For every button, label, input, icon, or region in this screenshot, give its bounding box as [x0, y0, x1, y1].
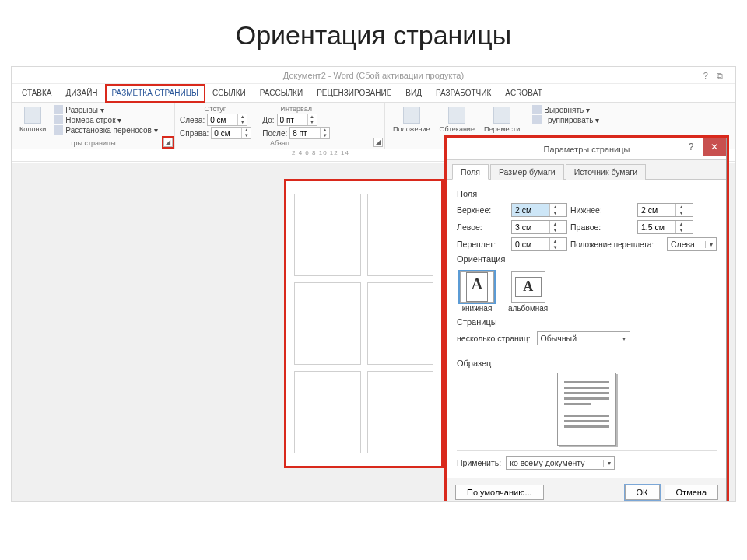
orientation-landscape[interactable]: альбомная: [508, 271, 548, 313]
dialog-title: Параметры страницы: [544, 145, 630, 154]
page-thumb[interactable]: [294, 282, 361, 365]
orientation-portrait[interactable]: книжная: [460, 271, 494, 313]
align-menu[interactable]: Выровнять ▾: [532, 105, 599, 114]
multipage-label: несколько страниц:: [457, 334, 531, 343]
spacing-before-input[interactable]: ▲▼: [277, 114, 317, 126]
dialog-body: Поля Верхнее: ▲▼ Нижнее: ▲▼ Левое: ▲▼ Пр…: [447, 180, 726, 478]
forward-icon: [493, 107, 510, 124]
apply-to-label: Применить:: [457, 458, 501, 467]
top-margin-input[interactable]: ▲▼: [511, 203, 567, 217]
tab-design[interactable]: ДИЗАЙН: [59, 84, 105, 103]
page-thumb[interactable]: [367, 282, 434, 365]
gutter-input[interactable]: ▲▼: [511, 237, 567, 251]
window-help-icons[interactable]: ? ⧉: [703, 67, 726, 84]
tab-mailings[interactable]: РАССЫЛКИ: [253, 84, 310, 103]
ribbon-tabs: СТАВКА ДИЗАЙН РАЗМЕТКА СТРАНИЦЫ ССЫЛКИ Р…: [12, 84, 735, 103]
slide-title: Ориентация страницы: [0, 0, 747, 66]
tab-view[interactable]: ВИД: [398, 84, 429, 103]
sample-preview: [557, 373, 616, 446]
tab-insert[interactable]: СТАВКА: [15, 84, 59, 103]
dialog-titlebar: Параметры страницы ? ✕: [447, 138, 726, 160]
window-titlebar: Документ2 - Word (Сбой активации продукт…: [12, 67, 735, 84]
spacing-after-label: После:: [262, 129, 287, 138]
breaks-icon: [54, 105, 63, 114]
indent-right-input[interactable]: ▲▼: [211, 127, 251, 139]
left-margin-label: Левое:: [457, 222, 508, 232]
dialog-close-button[interactable]: ✕: [703, 138, 726, 156]
wrap-icon: [448, 107, 465, 124]
window-title: Документ2 - Word (Сбой активации продукт…: [283, 71, 464, 80]
position-icon: [403, 107, 420, 124]
section-sample: Образец: [457, 359, 717, 368]
dialog-help-button[interactable]: ?: [679, 138, 703, 156]
indent-left-input[interactable]: ▲▼: [207, 114, 247, 126]
indent-left-label: Слева:: [180, 116, 205, 124]
dialog-tabs: Поля Размер бумаги Источник бумаги: [447, 160, 726, 180]
ok-button[interactable]: ОК: [625, 485, 660, 500]
page-thumb[interactable]: [294, 194, 361, 276]
dialog-tab-source[interactable]: Источник бумаги: [566, 164, 646, 180]
tab-page-layout[interactable]: РАЗМЕТКА СТРАНИЦЫ: [105, 84, 205, 103]
default-button[interactable]: По умолчанию...: [455, 485, 544, 500]
dialog-footer: По умолчанию... ОК Отмена: [447, 478, 726, 502]
page-setup-dialog: Параметры страницы ? ✕ Поля Размер бумаг…: [447, 138, 727, 502]
columns-label: Колонки: [19, 125, 46, 133]
spacing-after-input[interactable]: ▲▼: [289, 127, 330, 139]
indent-right-label: Справа:: [180, 129, 209, 138]
page-thumb[interactable]: [367, 371, 434, 453]
page-setup-dialog-highlight: Параметры страницы ? ✕ Поля Размер бумаг…: [444, 135, 729, 502]
tab-acrobat[interactable]: ACROBAT: [498, 84, 549, 103]
dialog-tab-paper[interactable]: Размер бумаги: [490, 164, 564, 180]
page-setup-launcher[interactable]: ◢: [163, 138, 173, 147]
breaks-menu[interactable]: Разрывы ▾: [54, 105, 157, 114]
landscape-label: альбомная: [508, 304, 548, 313]
hyphenation-icon: [54, 125, 63, 135]
page-thumb[interactable]: [367, 194, 434, 276]
portrait-icon: [460, 271, 494, 303]
group-menu[interactable]: Группировать ▾: [532, 115, 599, 124]
landscape-icon: [511, 271, 545, 303]
ribbon-group-paragraph: Отступ Слева: ▲▼ Справа: ▲▼ Интервал До:…: [175, 103, 385, 149]
top-margin-label: Верхнее:: [457, 205, 508, 215]
position-button[interactable]: Положение: [390, 105, 433, 142]
line-numbers-icon: [54, 115, 63, 124]
group-label-paragraph: Абзац: [180, 139, 380, 149]
group-label-page-setup: тры страницы: [16, 139, 170, 149]
tab-review[interactable]: РЕЦЕНЗИРОВАНИЕ: [310, 84, 398, 103]
section-orientation: Ориентация: [457, 254, 717, 264]
multipage-combo[interactable]: Обычный▾: [537, 331, 630, 345]
bottom-margin-label: Нижнее:: [570, 205, 634, 215]
paragraph-launcher[interactable]: ◢: [374, 138, 383, 147]
hyphenation-menu[interactable]: Расстановка переносов ▾: [54, 125, 157, 135]
word-app-window: Документ2 - Word (Сбой активации продукт…: [11, 66, 736, 502]
columns-button[interactable]: Колонки: [16, 105, 49, 135]
gutter-pos-label: Положение переплета:: [570, 240, 664, 249]
align-icon: [532, 105, 542, 114]
spacing-heading: Интервал: [262, 105, 330, 113]
bottom-margin-input[interactable]: ▲▼: [637, 203, 693, 217]
apply-to-combo[interactable]: ко всему документу▾: [506, 456, 615, 470]
dialog-tab-margins[interactable]: Поля: [452, 164, 489, 180]
ribbon-group-page-setup: Колонки Разрывы ▾ Номера строк ▾ Расстан…: [12, 103, 175, 149]
indent-heading: Отступ: [180, 105, 251, 113]
cancel-button[interactable]: Отмена: [665, 485, 718, 500]
section-margins: Поля: [457, 189, 717, 198]
tab-developer[interactable]: РАЗРАБОТЧИК: [429, 84, 498, 103]
line-numbers-menu[interactable]: Номера строк ▾: [54, 115, 157, 124]
spacing-before-label: До:: [262, 116, 274, 124]
right-margin-label: Правое:: [570, 222, 634, 232]
tab-references[interactable]: ССЫЛКИ: [205, 84, 253, 103]
group-icon: [532, 115, 542, 124]
page-thumb[interactable]: [294, 371, 361, 453]
columns-icon: [24, 107, 41, 124]
gutter-pos-combo[interactable]: Слева▾: [667, 237, 717, 251]
page-thumbnails: [284, 179, 444, 468]
portrait-label: книжная: [462, 304, 493, 313]
gutter-label: Переплет:: [457, 240, 508, 249]
right-margin-input[interactable]: ▲▼: [637, 220, 693, 234]
section-pages: Страницы: [457, 317, 717, 327]
left-margin-input[interactable]: ▲▼: [511, 220, 567, 234]
